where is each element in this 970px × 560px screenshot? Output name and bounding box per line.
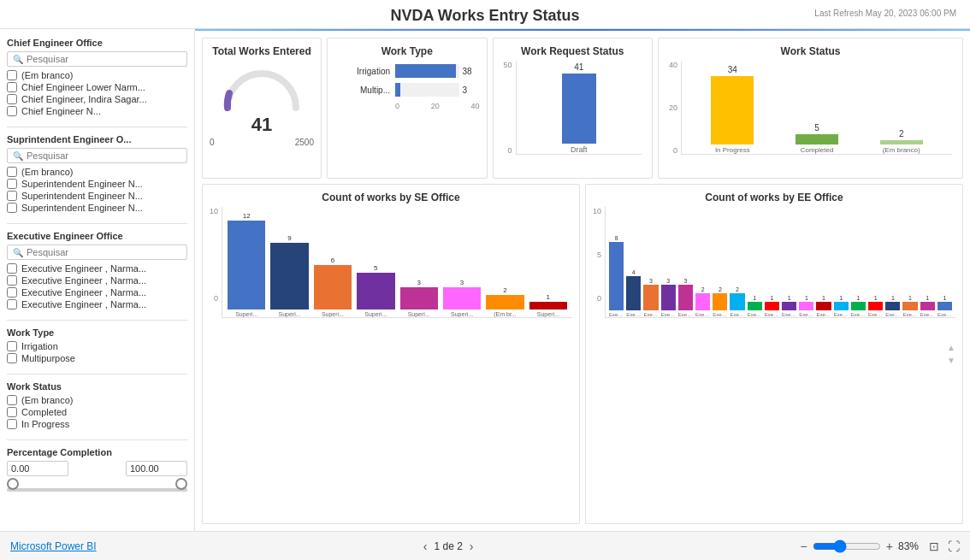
gauge-max: 2500	[295, 138, 314, 147]
ee-bar-17: 1Exec...	[902, 295, 917, 317]
top-row: Total Works Entered 41 0 2500	[202, 38, 963, 179]
executive-engineer-item-2[interactable]: Executive Engineer , Narma...	[7, 287, 187, 298]
se-chart-area: 10 0 12 Superi... 9	[210, 207, 572, 318]
chief-engineer-item-3[interactable]: Chief Engineer N...	[7, 106, 187, 116]
ee-bar-12: 1Exec...	[816, 295, 831, 317]
ee-bar-9: 1Exec...	[765, 295, 779, 317]
ee-bar-15: 1Exec...	[868, 295, 883, 317]
last-refresh: Last Refresh May 20, 2023 06:00 PM	[814, 9, 956, 18]
ee-bar-fill-9	[765, 302, 779, 310]
chief-engineer-title: Chief Engineer Office	[7, 38, 187, 48]
se-bar-fill-6	[486, 295, 523, 309]
executive-engineer-item-0[interactable]: Executive Engineer , Narma...	[7, 263, 187, 274]
zoom-slider[interactable]	[813, 539, 881, 553]
se-bar-fill-3	[357, 273, 394, 309]
slider-track	[7, 488, 187, 492]
slider-thumb-right[interactable]	[175, 478, 187, 490]
chief-engineer-search-input[interactable]	[27, 54, 181, 64]
em-branco-label: (Em branco)	[883, 146, 920, 154]
sidebar-section-superintendent: Suprintendent Engineer O... 🔍 (Em branco…	[7, 134, 187, 213]
se-bar-3: 5 Superi...	[357, 264, 394, 317]
work-type-card: Work Type Irrigation 38 Multip...	[327, 38, 488, 179]
em-branco-value: 2	[899, 129, 904, 139]
executive-engineer-search-box[interactable]: 🔍	[7, 245, 187, 260]
executive-engineer-item-1[interactable]: Executive Engineer , Narma...	[7, 275, 187, 286]
superintendent-search-box[interactable]: 🔍	[7, 148, 187, 163]
ee-bar-6: 2Exec...	[713, 286, 727, 317]
chief-engineer-search-box[interactable]: 🔍	[7, 51, 187, 67]
work-status-in-progress[interactable]: In Progress	[7, 419, 187, 429]
fit-page-button[interactable]: ⊡	[929, 539, 939, 553]
executive-engineer-item-3[interactable]: Executive Engineer , Narma...	[7, 299, 187, 309]
power-bi-link[interactable]: Microsoft Power BI	[10, 540, 97, 552]
superintendent-item-1[interactable]: Superintendent Engineer N...	[7, 179, 187, 189]
superintendent-title: Suprintendent Engineer O...	[7, 134, 187, 144]
divider-1	[7, 127, 187, 127]
ee-bar-fill-19	[937, 302, 952, 310]
se-bar-2: 6 Superi...	[314, 256, 352, 317]
work-type-multipurpose[interactable]: Multipurpose	[7, 353, 187, 363]
chief-engineer-item-2[interactable]: Chief Engineer, Indira Sagar...	[7, 94, 187, 104]
ee-bar-fill-7	[730, 293, 744, 310]
superintendent-item-3[interactable]: Superintendent Engineer N...	[7, 203, 187, 213]
superintendent-search-icon: 🔍	[13, 151, 23, 161]
range-min-input[interactable]	[7, 461, 68, 476]
ee-bar-11: 1Exec...	[799, 295, 813, 317]
nav-prev-button[interactable]: ‹	[423, 539, 428, 553]
sidebar-section-chief-engineer: Chief Engineer Office 🔍 (Em branco) Chie…	[7, 38, 187, 116]
ee-bar-fill-6	[713, 293, 727, 310]
zoom-plus-button[interactable]: +	[886, 539, 893, 553]
nav-next-button[interactable]: ›	[470, 539, 474, 553]
work-type-chart: Irrigation 38 Multip... 3	[334, 64, 480, 97]
work-status-completed[interactable]: Completed	[7, 407, 187, 417]
se-bar-fill-4	[400, 287, 438, 309]
zoom-minus-button[interactable]: −	[801, 539, 807, 553]
sidebar-section-work-type: Work Type Irrigation Multipurpose	[7, 327, 187, 363]
executive-engineer-search-input[interactable]	[27, 247, 181, 257]
ee-bar-0: 8Exec...	[609, 235, 624, 317]
work-request-bar-draft: 41 Draft	[562, 62, 596, 154]
executive-engineer-title: Executive Engineer Office	[7, 231, 187, 241]
percentage-slider[interactable]	[7, 481, 187, 498]
work-status-card-title: Work Status	[665, 45, 955, 57]
gauge-range: 0 2500	[210, 138, 314, 147]
superintendent-item-2[interactable]: Superintendent Engineer N...	[7, 191, 187, 201]
in-progress-bar	[711, 76, 754, 144]
work-type-bar-value-1: 3	[463, 85, 480, 95]
work-request-bars: 41 Draft	[516, 61, 642, 155]
expand-button[interactable]: ⛶	[948, 539, 960, 553]
work-type-irrigation[interactable]: Irrigation	[7, 341, 187, 351]
ee-scroll-arrows: ▲ ▼	[947, 343, 955, 365]
se-office-card: Count of works by SE Office 10 0 12 Supe…	[202, 184, 580, 524]
slider-thumb-left[interactable]	[7, 478, 19, 490]
em-branco-bar	[880, 140, 923, 144]
se-bar-5: 3 Superi...	[443, 279, 481, 317]
scroll-down-icon: ▼	[947, 356, 955, 365]
ee-bar-3: 3Exec...	[661, 278, 676, 317]
ee-bar-14: 1Exec...	[851, 295, 866, 317]
work-type-bar-label-1: Multip...	[334, 85, 390, 95]
ee-bar-4: 3Exec...	[678, 278, 693, 317]
total-works-card: Total Works Entered 41 0 2500	[202, 38, 322, 179]
status-bar-in-progress: 34 In Progress	[711, 65, 754, 154]
se-bar-fill-2	[314, 265, 352, 309]
work-type-bar-fill-0	[395, 64, 456, 78]
range-max-input[interactable]	[126, 461, 187, 476]
ee-bars: 8Exec... 4Exec... 3Exec... 3Exec... 3Exe…	[605, 207, 955, 318]
superintendent-search-input[interactable]	[27, 150, 181, 161]
ee-bar-fill-16	[885, 302, 900, 310]
work-request-chart-area: 50 0 41 Draft	[500, 61, 646, 155]
superintendent-item-0[interactable]: (Em branco)	[7, 167, 187, 177]
draft-label: Draft	[571, 145, 588, 154]
work-status-em-branco[interactable]: (Em branco)	[7, 395, 187, 405]
chief-engineer-item-1[interactable]: Chief Engineer Lower Narm...	[7, 82, 187, 92]
work-status-chart-area: 40 20 0 34 In Progress	[665, 61, 955, 155]
work-type-bar-fill-1	[395, 83, 400, 97]
divider-5	[7, 439, 187, 440]
ee-bar-7: 2Exec...	[730, 286, 744, 317]
chief-engineer-item-0[interactable]: (Em branco)	[7, 70, 187, 80]
zoom-label: 83%	[898, 540, 919, 552]
divider-2	[7, 223, 187, 224]
ee-bar-10: 1Exec...	[782, 295, 796, 317]
ee-bar-fill-13	[834, 302, 849, 310]
